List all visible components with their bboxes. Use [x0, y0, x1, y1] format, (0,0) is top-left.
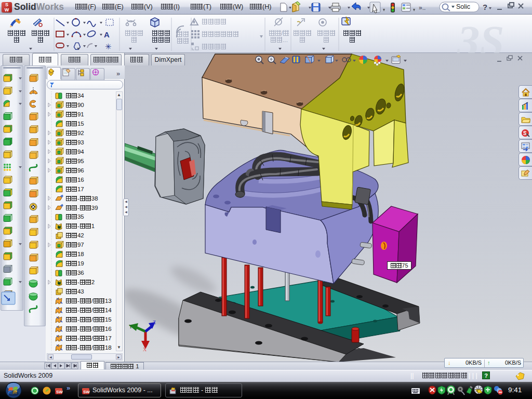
svg-text:Solic: Solic: [456, 3, 470, 10]
svg-text:!: !: [477, 389, 478, 393]
svg-text:X: X: [143, 347, 147, 352]
svg-text:✳: ✳: [105, 42, 112, 51]
svg-text:ЗS: ЗS: [457, 17, 504, 53]
svg-text:Y: Y: [129, 324, 132, 329]
svg-text:?: ?: [483, 3, 487, 11]
svg-text:»..: »..: [419, 4, 425, 11]
svg-text:Z: Z: [153, 320, 156, 325]
svg-text:SW: SW: [56, 390, 63, 394]
svg-text:SW: SW: [83, 390, 90, 394]
svg-text:A: A: [104, 30, 110, 39]
